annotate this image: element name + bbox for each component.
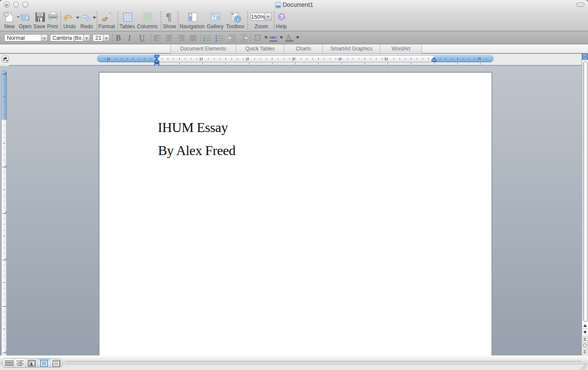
svg-text:1: 1 xyxy=(107,56,109,61)
svg-text:7: 7 xyxy=(477,56,480,61)
svg-text:3: 3 xyxy=(292,56,294,61)
svg-text:3: 3 xyxy=(203,39,205,41)
svg-text:4: 4 xyxy=(338,56,340,61)
svg-text:DOCX: DOCX xyxy=(275,5,281,7)
svg-text:2: 2 xyxy=(246,56,248,61)
svg-text:?: ? xyxy=(280,14,283,20)
svg-text:1: 1 xyxy=(199,56,202,61)
svg-text:5: 5 xyxy=(385,56,387,61)
